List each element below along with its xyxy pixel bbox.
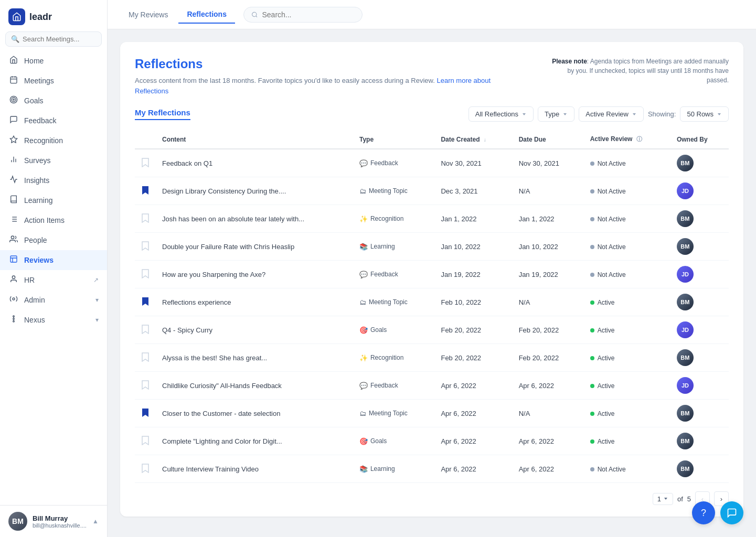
status-dot-icon xyxy=(590,189,594,194)
rows-selector[interactable]: 50 Rows xyxy=(680,106,729,122)
row-date-created: Jan 19, 2022 xyxy=(434,261,512,288)
sidebar-footer: BM Bill Murray bill@husknashville.... ▲ xyxy=(0,505,107,537)
chat-button[interactable] xyxy=(720,501,743,524)
row-bookmark-cell[interactable] xyxy=(135,177,156,205)
svg-point-26 xyxy=(252,12,257,16)
row-bookmark-cell[interactable] xyxy=(135,288,156,316)
row-date-created: Apr 6, 2022 xyxy=(434,427,512,455)
col-type: Type xyxy=(353,130,435,149)
sidebar-label: People xyxy=(24,236,47,244)
status-text: Not Active xyxy=(598,216,626,223)
page-number-select[interactable]: 1 xyxy=(653,493,673,505)
col-owned-by: Owned By xyxy=(670,130,729,149)
top-search-input[interactable] xyxy=(262,10,354,19)
sidebar-item-goals[interactable]: Goals xyxy=(0,91,107,111)
type-label: Feedback xyxy=(370,271,398,278)
sidebar-search[interactable]: 🔍 xyxy=(5,31,102,47)
row-bookmark-cell[interactable] xyxy=(135,149,156,177)
chevron-down-icon xyxy=(663,496,668,501)
bookmark-empty-icon xyxy=(142,380,149,390)
type-icon: 🗂 xyxy=(359,298,366,306)
type-filter[interactable]: Type xyxy=(538,106,574,122)
status-dot-icon xyxy=(590,384,594,388)
row-date-created: Jan 10, 2022 xyxy=(434,233,512,261)
row-bookmark-cell[interactable] xyxy=(135,344,156,372)
row-active-review: Active xyxy=(584,372,670,400)
status-dot-icon xyxy=(590,412,594,416)
avatar: JD xyxy=(677,182,694,199)
row-type: 🎯 Goals xyxy=(353,316,435,344)
type-label: Meeting Topic xyxy=(369,187,408,195)
status-dot-icon xyxy=(590,300,594,305)
tab-reflections[interactable]: Reflections xyxy=(178,6,235,24)
top-nav-search[interactable] xyxy=(243,7,363,23)
type-label: Learning xyxy=(370,465,395,472)
sidebar-label: HR xyxy=(24,276,35,284)
user-menu-chevron-icon[interactable]: ▲ xyxy=(92,518,99,525)
tab-my-reviews[interactable]: My Reviews xyxy=(120,6,176,23)
sidebar-item-people[interactable]: People xyxy=(0,230,107,250)
row-bookmark-cell[interactable] xyxy=(135,205,156,233)
row-active-review: Active xyxy=(584,288,670,316)
row-owned-by: JD xyxy=(670,261,729,288)
row-active-review: Active xyxy=(584,427,670,455)
row-active-review: Not Active xyxy=(584,177,670,205)
row-bookmark-cell[interactable] xyxy=(135,372,156,400)
filter-controls: All Reflections Type Active Review Showi… xyxy=(468,106,729,122)
table-row: Culture Interview Training Video 📚 Learn… xyxy=(135,455,729,483)
sidebar-item-admin[interactable]: Admin ▾ xyxy=(0,290,107,310)
bookmark-empty-icon xyxy=(142,325,149,334)
sidebar-item-surveys[interactable]: Surveys xyxy=(0,151,107,170)
reflections-table: Content Type Date Created ↓ Date Due xyxy=(135,130,729,483)
active-review-filter[interactable]: Active Review xyxy=(579,106,644,122)
my-reflections-tab[interactable]: My Reflections xyxy=(135,108,190,120)
row-content: Josh has been on an absolute tear lately… xyxy=(156,205,353,233)
row-active-review: Not Active xyxy=(584,233,670,261)
sidebar-item-recognition[interactable]: Recognition xyxy=(0,131,107,151)
row-content: Complete "Lighting and Color for Digit..… xyxy=(156,427,353,455)
bookmark-empty-icon xyxy=(142,269,149,278)
sidebar-item-home[interactable]: Home xyxy=(0,51,107,71)
col-date-created[interactable]: Date Created ↓ xyxy=(434,130,512,149)
row-type: 💬 Feedback xyxy=(353,372,435,400)
search-meetings-input[interactable] xyxy=(23,35,96,43)
showing-label: Showing: xyxy=(648,110,676,118)
status-text: Not Active xyxy=(598,160,626,167)
row-date-due: Jan 1, 2022 xyxy=(513,205,584,233)
row-bookmark-cell[interactable] xyxy=(135,261,156,288)
sidebar-item-nexus[interactable]: Nexus ▾ xyxy=(0,310,107,330)
learning-icon xyxy=(8,195,19,206)
hr-icon xyxy=(8,275,19,285)
avatar: JD xyxy=(677,377,694,394)
sidebar-item-hr[interactable]: HR ↗ xyxy=(0,270,107,290)
sidebar-item-learning[interactable]: Learning xyxy=(0,190,107,210)
sidebar-label: Feedback xyxy=(24,116,56,125)
all-reflections-filter[interactable]: All Reflections xyxy=(468,106,534,122)
type-label: Feedback xyxy=(370,159,398,167)
sidebar-item-action-items[interactable]: Action Items xyxy=(0,210,107,230)
row-bookmark-cell[interactable] xyxy=(135,427,156,455)
row-type: ✨ Recognition xyxy=(353,344,435,372)
sidebar-item-feedback[interactable]: Feedback xyxy=(0,111,107,131)
help-button[interactable]: ? xyxy=(692,501,715,524)
sidebar-item-insights[interactable]: Insights xyxy=(0,170,107,190)
svg-point-5 xyxy=(12,98,16,102)
row-bookmark-cell[interactable] xyxy=(135,233,156,261)
sidebar-item-reviews[interactable]: Reviews xyxy=(0,250,107,270)
row-date-due: Apr 6, 2022 xyxy=(513,372,584,400)
row-content: Childlike Curiosity" All-Hands Feedback xyxy=(156,372,353,400)
row-bookmark-cell[interactable] xyxy=(135,455,156,483)
row-type: 📚 Learning xyxy=(353,455,435,483)
card-note: Please note: Agenda topics from Meetings… xyxy=(550,57,729,85)
avatar: BM xyxy=(677,155,694,171)
row-date-due: Jan 10, 2022 xyxy=(513,233,584,261)
user-info: Bill Murray bill@husknashville.... xyxy=(33,514,87,529)
row-type: 💬 Feedback xyxy=(353,149,435,177)
row-bookmark-cell[interactable] xyxy=(135,400,156,427)
bookmark-empty-icon xyxy=(142,158,149,167)
sidebar-item-meetings[interactable]: Meetings xyxy=(0,71,107,91)
content-area: Reflections Access content from the last… xyxy=(108,29,756,537)
home-icon xyxy=(8,56,19,66)
row-bookmark-cell[interactable] xyxy=(135,316,156,344)
status-dot-icon xyxy=(590,217,594,221)
